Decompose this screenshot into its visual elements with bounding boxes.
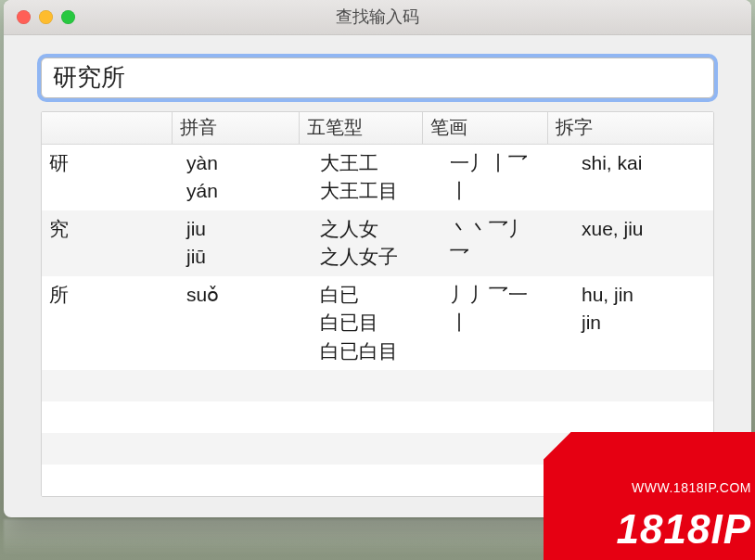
table-row[interactable]: 所suǒ白已 白已目 白已白目丿丿乛一 丨hu, jin jin: [42, 276, 713, 370]
table-header: 拼音 五笔型 笔画 拆字: [42, 112, 713, 145]
cell-stroke: 丶丶乛丿 乛: [442, 210, 574, 276]
cell-stroke: 一丿丨乛 丨: [442, 145, 574, 210]
lookup-window: 查找输入码 拼音 五笔型 笔画 拆字 研yàn yán大王工 大王工目一丿丨乛 …: [4, 0, 751, 517]
cell-char: 究: [42, 210, 179, 276]
cell-wubi: 白已 白已目 白已白目: [313, 276, 442, 370]
cell-char: 所: [42, 276, 179, 370]
cell-stroke: 丿丿乛一 丨: [442, 276, 574, 370]
window-reflection: [4, 519, 751, 556]
zoom-icon[interactable]: [61, 10, 75, 24]
close-icon[interactable]: [17, 10, 31, 24]
cell-split: shi, kai: [574, 145, 713, 210]
cell-char: 研: [42, 145, 179, 210]
window-title: 查找输入码: [4, 6, 751, 28]
table-body: 研yàn yán大王工 大王工目一丿丨乛 丨shi, kai究jiu jiū之人…: [42, 145, 713, 496]
cell-wubi: 之人女 之人女子: [313, 210, 442, 276]
cell-split: hu, jin jin: [574, 276, 713, 370]
result-table: 拼音 五笔型 笔画 拆字 研yàn yán大王工 大王工目一丿丨乛 丨shi, …: [41, 111, 714, 497]
empty-row: [42, 433, 713, 465]
cell-pinyin: yàn yán: [179, 145, 313, 210]
col-wubi-header[interactable]: 五笔型: [299, 112, 422, 144]
empty-row: [42, 465, 713, 496]
col-pinyin-header[interactable]: 拼音: [172, 112, 299, 144]
cell-pinyin: suǒ: [179, 276, 313, 370]
search-input[interactable]: [41, 57, 714, 98]
col-split-header[interactable]: 拆字: [547, 112, 713, 144]
window-controls: [17, 10, 75, 24]
table-row[interactable]: 研yàn yán大王工 大王工目一丿丨乛 丨shi, kai: [42, 145, 713, 210]
col-char-header[interactable]: [42, 112, 172, 144]
title-bar: 查找输入码: [4, 0, 751, 35]
cell-wubi: 大王工 大王工目: [313, 145, 442, 210]
content-area: 拼音 五笔型 笔画 拆字 研yàn yán大王工 大王工目一丿丨乛 丨shi, …: [4, 35, 751, 517]
cell-pinyin: jiu jiū: [179, 210, 313, 276]
empty-row: [42, 370, 713, 401]
empty-row: [42, 401, 713, 433]
minimize-icon[interactable]: [39, 10, 53, 24]
cell-split: xue, jiu: [574, 210, 713, 276]
table-row[interactable]: 究jiu jiū之人女 之人女子丶丶乛丿 乛xue, jiu: [42, 210, 713, 276]
col-stroke-header[interactable]: 笔画: [422, 112, 547, 144]
